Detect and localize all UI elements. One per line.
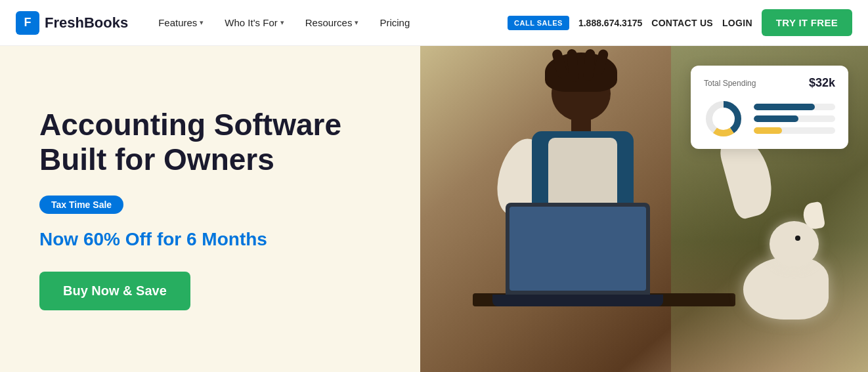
nav-resources[interactable]: Resources ▾ <box>296 12 368 33</box>
tax-time-sale-badge: Tax Time Sale <box>39 196 123 214</box>
navbar: F FreshBooks Features ▾ Who It's For ▾ R… <box>0 0 868 46</box>
bar-row-1 <box>754 104 835 110</box>
hero-offer-text: Now 60% Off for 6 Months <box>39 228 381 251</box>
spending-card-header: Total Spending $32k <box>704 76 835 90</box>
spending-label: Total Spending <box>704 79 756 88</box>
nav-links: Features ▾ Who It's For ▾ Resources ▾ Pr… <box>149 12 508 33</box>
nav-who-its-for[interactable]: Who It's For ▾ <box>215 12 293 33</box>
spending-card-body <box>704 99 835 138</box>
chevron-down-icon: ▾ <box>200 18 204 27</box>
chevron-down-icon: ▾ <box>355 18 358 27</box>
try-free-button[interactable]: TRY IT FREE <box>762 9 852 36</box>
donut-chart <box>704 99 743 138</box>
spending-card: Total Spending $32k <box>691 66 848 149</box>
bar-row-3 <box>754 127 835 134</box>
buy-now-button[interactable]: Buy Now & Save <box>39 272 190 310</box>
phone-number: 1.888.674.3175 <box>578 18 642 28</box>
bars <box>754 104 835 134</box>
nav-pricing[interactable]: Pricing <box>370 12 419 33</box>
chevron-down-icon: ▾ <box>280 18 284 27</box>
logo-text: FreshBooks <box>45 14 128 31</box>
hero-headline: Accounting Software Built for Owners <box>39 108 381 177</box>
logo[interactable]: F FreshBooks <box>16 11 128 35</box>
nav-features[interactable]: Features ▾ <box>149 12 213 33</box>
nav-right: CALL SALES 1.888.674.3175 CONTACT US LOG… <box>508 9 852 36</box>
logo-icon: F <box>16 11 39 35</box>
hero-left: Accounting Software Built for Owners Tax… <box>0 46 420 372</box>
hero-section: Accounting Software Built for Owners Tax… <box>0 46 868 372</box>
hero-right: Total Spending $32k <box>420 46 868 372</box>
login-link[interactable]: LOGIN <box>722 18 752 28</box>
contact-us-link[interactable]: CONTACT US <box>651 18 713 28</box>
call-sales-badge[interactable]: CALL SALES <box>508 16 569 30</box>
spending-amount: $32k <box>809 76 835 90</box>
bar-row-2 <box>754 115 835 122</box>
